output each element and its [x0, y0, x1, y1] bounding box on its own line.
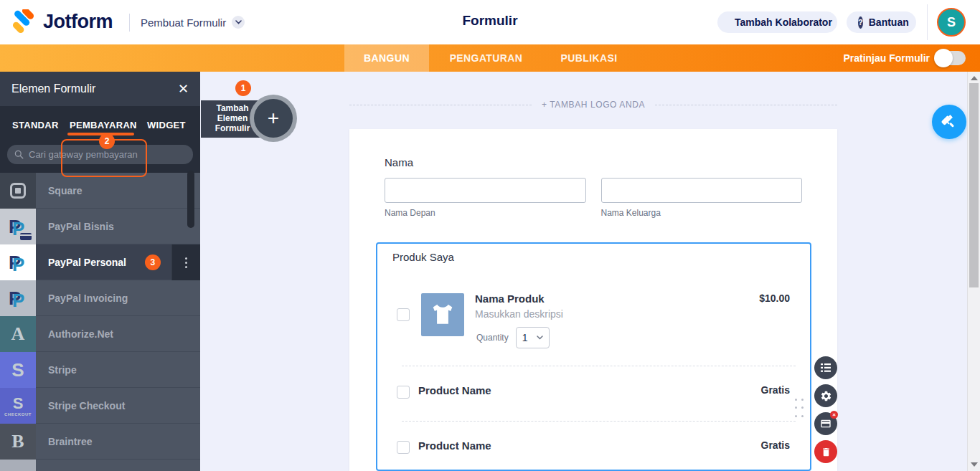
plus-icon: + — [254, 99, 293, 138]
tab-standar[interactable]: STANDAR — [12, 120, 59, 130]
sidebar-item-paypal-personal[interactable]: PP PayPal Personal 3 — [0, 244, 200, 280]
search-icon — [14, 150, 24, 159]
page-title: Formulir — [418, 13, 562, 29]
preview-form-label: Pratinjau Formulir — [843, 52, 930, 64]
chevron-down-icon — [537, 336, 543, 340]
paypal-invoicing-icon: PP — [0, 280, 36, 316]
gateway-label: Stripe — [48, 364, 77, 376]
sidebar-item-paypal-bisnis[interactable]: PP PayPal Bisnis — [0, 209, 200, 244]
tutorial-step-3-badge: 3 — [145, 254, 161, 270]
products-field-selected[interactable]: Produk Saya Nama Produk Masukkan deskrip… — [376, 242, 811, 471]
sidebar-item-stripe-checkout[interactable]: S CHECKOUT Stripe Checkout — [0, 388, 200, 424]
product-price: Gratis — [761, 384, 790, 396]
add-collaborator-button[interactable]: Tambah Kolaborator — [717, 11, 837, 33]
panel-header: Elemen Formulir ✕ — [0, 72, 200, 106]
sidebar-item-partial[interactable]: PP — [0, 460, 200, 471]
stripe-icon: S — [0, 352, 36, 388]
list-icon — [820, 363, 831, 373]
product-list-settings-button[interactable] — [814, 356, 837, 379]
sidebar-item-stripe[interactable]: S Stripe — [0, 352, 200, 388]
help-label: Bantuan — [869, 16, 909, 28]
paint-roller-icon — [937, 110, 961, 134]
header-divider — [927, 4, 928, 40]
add-collaborator-label: Tambah Kolaborator — [735, 16, 832, 28]
scroll-down-arrow[interactable] — [971, 462, 978, 467]
quantity-label: Quantity — [476, 333, 509, 343]
form-designer-button[interactable] — [932, 105, 966, 139]
tab-pembayaran[interactable]: PEMBAYARAN — [70, 120, 137, 130]
product-price: $10.00 — [759, 292, 790, 304]
last-name-input[interactable] — [601, 178, 803, 203]
jotform-form-builder: Jotform Pembuat Formulir Formulir Tambah… — [0, 0, 980, 471]
form-elements-panel: Elemen Formulir ✕ STANDAR PEMBAYARAN WID… — [0, 72, 200, 471]
close-icon[interactable]: ✕ — [178, 82, 189, 95]
braintree-icon: B — [0, 424, 36, 460]
name-field-label: Nama — [385, 156, 802, 168]
field-settings-button[interactable] — [814, 384, 837, 407]
name-field[interactable]: Nama Nama Depan Nama Keluarga — [385, 156, 802, 218]
quantity-select[interactable]: 1 — [516, 327, 550, 348]
paypal-icon: PP — [0, 460, 36, 471]
payment-settings-button[interactable]: × — [814, 412, 837, 435]
tab-bangun[interactable]: BANGUN — [344, 44, 429, 72]
form-canvas: Tambah Elemen Formulir + 1 + TAMBAH LOGO… — [200, 72, 967, 471]
kebab-menu-icon[interactable] — [171, 244, 200, 280]
product-name: Product Name — [418, 439, 491, 452]
tab-publikasi[interactable]: PUBLIKASI — [543, 44, 635, 72]
alert-badge-icon: × — [830, 411, 838, 419]
product-checkbox[interactable] — [397, 386, 410, 399]
tutorial-step-2-badge: 2 — [99, 133, 115, 149]
context-label: Pembuat Formulir — [141, 16, 226, 29]
sidebar-item-authorize-net[interactable]: A Authorize.Net — [0, 316, 200, 352]
gateway-label: PayPal Bisnis — [48, 221, 114, 232]
gateway-label: Authorize.Net — [48, 328, 113, 340]
preview-form-toggle[interactable] — [936, 51, 966, 65]
product-item: Product Name Gratis — [377, 421, 810, 471]
form-builder-context-dropdown[interactable]: Pembuat Formulir — [141, 16, 245, 29]
dashed-line — [655, 105, 837, 105]
scrollbar-thumb[interactable] — [969, 83, 979, 287]
builder-nav-bar: BANGUN PENGATURAN PUBLIKASI Pratinjau Fo… — [0, 44, 980, 72]
jotform-logo[interactable]: Jotform — [11, 9, 113, 34]
sidebar-item-braintree[interactable]: B Braintree — [0, 424, 200, 460]
question-icon: ? — [858, 16, 863, 29]
product-item: Product Name Gratis — [377, 366, 810, 421]
tab-widget[interactable]: WIDGET — [147, 120, 186, 130]
tab-pengaturan[interactable]: PENGATURAN — [429, 44, 543, 72]
trash-icon — [821, 447, 831, 457]
first-name-input[interactable] — [385, 178, 586, 203]
authorize-net-icon: A — [0, 316, 36, 352]
gateway-label: Square — [48, 185, 82, 196]
sidebar-item-square[interactable]: Square — [0, 173, 200, 209]
product-item: Nama Produk Masukkan deskripsi Quantity … — [377, 287, 810, 366]
gateway-label: Stripe Checkout — [48, 400, 125, 411]
tshirt-icon — [429, 301, 456, 328]
page-scrollbar[interactable] — [967, 72, 980, 471]
product-checkbox[interactable] — [397, 441, 410, 454]
paypal-personal-icon: PP — [0, 244, 36, 280]
add-logo-area[interactable]: + TAMBAH LOGO ANDA — [349, 97, 837, 112]
product-name: Product Name — [418, 384, 491, 396]
gateway-label: PayPal Invoicing — [48, 292, 128, 304]
search-input[interactable] — [7, 145, 193, 164]
drag-handle[interactable] — [795, 399, 805, 420]
chevron-down-icon — [232, 16, 245, 29]
products-label: Produk Saya — [392, 251, 454, 263]
scroll-up-arrow[interactable] — [971, 76, 978, 80]
product-checkbox[interactable] — [397, 308, 410, 321]
last-name-sublabel: Nama Keluarga — [601, 208, 803, 218]
toggle-knob — [934, 49, 953, 67]
panel-title: Elemen Formulir — [11, 82, 178, 95]
user-avatar[interactable]: S — [937, 8, 966, 37]
gateway-label: Braintree — [48, 436, 92, 447]
sidebar-item-paypal-invoicing[interactable]: PP PayPal Invoicing — [0, 280, 200, 316]
stripe-checkout-icon: S CHECKOUT — [0, 388, 36, 424]
tutorial-step-1-badge: 1 — [235, 80, 251, 96]
delete-field-button[interactable] — [814, 440, 837, 463]
help-button[interactable]: ? Bantuan — [847, 11, 916, 33]
dashed-line — [349, 105, 532, 105]
square-icon — [0, 173, 36, 209]
add-element-plus-button[interactable]: + — [250, 95, 297, 142]
sidebar-scrollbar-thumb[interactable] — [187, 171, 194, 228]
jotform-logo-icon — [11, 9, 36, 34]
